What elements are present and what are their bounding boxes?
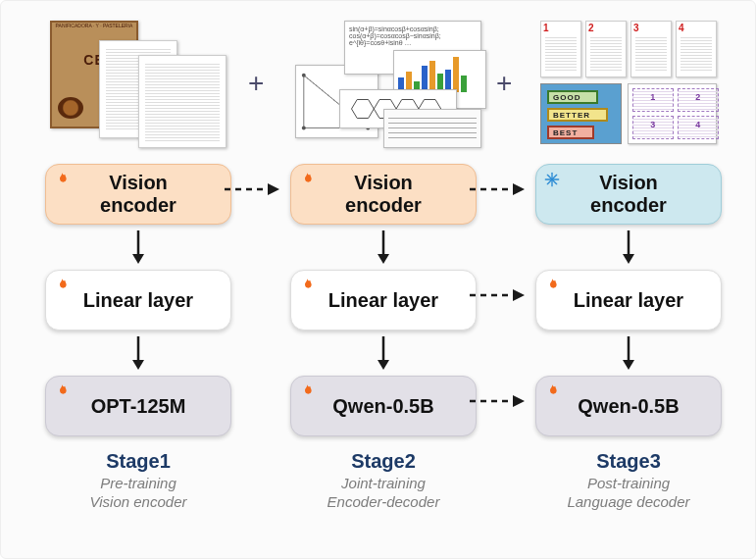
stage2-vision-encoder: Vision encoder (290, 164, 477, 225)
flame-icon (299, 171, 315, 188)
stage1-linear-layer: Linear layer (45, 270, 231, 330)
linear-label: Linear layer (328, 289, 438, 312)
dashed-arrow-icon (470, 391, 525, 411)
flame-icon (54, 382, 70, 400)
svg-marker-29 (513, 289, 525, 301)
page-thumb: 2 (585, 21, 627, 77)
stage2-decoder: Qwen-0.5B (290, 376, 477, 436)
plus-operator-2: + (496, 68, 512, 99)
training-pipeline-diagram: + + PANIFICADORA · Y · PASTELERIA CE Vis… (0, 0, 756, 559)
stage1-vision-encoder: Vision encoder (45, 164, 231, 225)
stage2-column: sin(α+β)=sinαcosβ+cosαsinβ; cos(α+β)=cos… (280, 21, 486, 512)
arrow-down-icon (620, 336, 637, 370)
svg-marker-8 (352, 100, 375, 119)
stage1-data-thumbnails: PANIFICADORA · Y · PASTELERIA CE (50, 21, 227, 148)
svg-marker-21 (623, 254, 634, 264)
svg-marker-31 (513, 395, 525, 407)
page-thumb: 4 (676, 21, 717, 77)
page-thumb: 1 (540, 21, 581, 77)
flame-icon (299, 277, 315, 294)
layout-regions-thumb: 1 2 3 4 (628, 83, 717, 144)
dashed-arrow-icon (470, 179, 525, 199)
signpost-photo: GOOD BETTER BEST (540, 83, 622, 144)
encoder-label: Vision encoder (345, 172, 422, 217)
arrow-down-icon (375, 230, 392, 264)
encoder-label: Vision encoder (590, 172, 667, 217)
flame-icon (299, 382, 315, 400)
stage2-data-thumbnails: sin(α+β)=sinαcosβ+cosαsinβ; cos(α+β)=cos… (295, 21, 472, 148)
stage1-title: Stage1 (106, 450, 171, 473)
dashed-arrow-icon (470, 285, 525, 305)
svg-marker-25 (268, 183, 279, 195)
arrow-down-icon (129, 336, 147, 370)
flame-icon (54, 277, 70, 294)
svg-point-5 (302, 74, 306, 77)
decoder-label: Qwen-0.5B (578, 395, 679, 418)
dashed-arrow-icon (225, 179, 279, 199)
stage3-column: 1 2 3 4 GOOD BETTER BEST 1 2 3 4 (526, 21, 731, 512)
document-thumb (138, 55, 227, 148)
stage1-caption: Pre-training Vision encoder (90, 475, 187, 512)
decoder-label: Qwen-0.5B (332, 395, 433, 418)
stage3-caption: Post-training Language decoder (567, 475, 689, 512)
svg-point-6 (302, 127, 306, 130)
stage3-data-thumbnails: 1 2 3 4 GOOD BETTER BEST 1 2 3 4 (540, 21, 717, 148)
snowflake-icon (544, 171, 560, 188)
encoder-label: Vision encoder (100, 172, 176, 217)
svg-marker-27 (513, 183, 525, 195)
svg-marker-15 (378, 360, 389, 370)
svg-marker-13 (378, 254, 389, 264)
linear-label: Linear layer (83, 289, 193, 312)
svg-marker-23 (623, 360, 634, 370)
page-thumb: 3 (630, 21, 672, 77)
plus-operator-1: + (248, 68, 264, 99)
stage3-vision-encoder: Vision encoder (535, 164, 722, 225)
svg-marker-1 (132, 254, 144, 264)
arrow-down-icon (129, 230, 147, 264)
flame-icon (54, 171, 70, 188)
linear-label: Linear layer (574, 289, 683, 312)
stage1-column: PANIFICADORA · Y · PASTELERIA CE Vision … (35, 21, 241, 512)
flame-icon (544, 382, 560, 400)
arrow-down-icon (620, 230, 637, 264)
stage3-linear-layer: Linear layer (535, 270, 722, 330)
svg-marker-3 (132, 360, 144, 370)
stage3-title: Stage3 (596, 450, 661, 473)
decoder-label: OPT-125M (91, 395, 186, 418)
stage2-linear-layer: Linear layer (290, 270, 477, 330)
reading-order-pages: 1 2 3 4 (540, 21, 717, 77)
flame-icon (544, 277, 560, 294)
stage3-decoder: Qwen-0.5B (535, 376, 722, 436)
music-score-thumb (383, 109, 481, 148)
stage1-decoder: OPT-125M (45, 376, 231, 436)
arrow-down-icon (375, 336, 392, 370)
stage2-caption: Joint-training Encoder-decoder (328, 475, 440, 512)
stage2-title: Stage2 (351, 450, 416, 473)
